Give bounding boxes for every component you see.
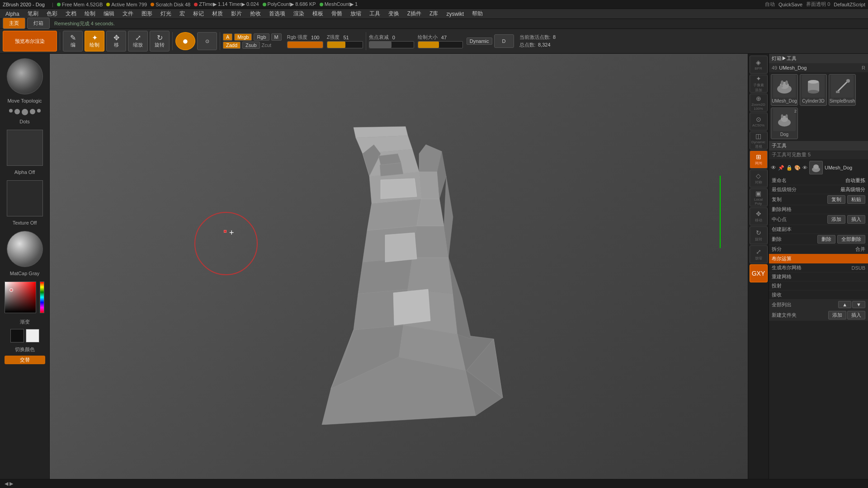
rgb-btn[interactable]: Rgb	[254, 33, 269, 41]
delete-all-btn[interactable]: 全部删除	[837, 235, 865, 244]
svg-marker-10	[412, 226, 448, 258]
menu-graph[interactable]: 图形	[138, 9, 156, 19]
rotate-icon: ↻	[157, 34, 163, 42]
zoom2d-btn[interactable]: ⊕ Zoom2D100%	[750, 94, 768, 112]
tool-item-dog[interactable]: 2 Dog	[771, 108, 798, 139]
dynamic-icon-btn[interactable]: D	[494, 34, 514, 48]
brush-select-btn[interactable]: 预览布尔渲染	[3, 31, 57, 52]
remesh-header[interactable]: 布尔运算	[769, 254, 868, 263]
rgb-intensity-slider[interactable]	[287, 41, 323, 48]
folder-add-btn[interactable]: 添加	[828, 311, 846, 319]
menu-brush[interactable]: 笔刷	[24, 9, 42, 19]
new-folder-label[interactable]: 新建文件夹	[772, 312, 797, 319]
cylinder-thumb-svg	[803, 76, 824, 97]
draw-btn[interactable]: ✦ 绘制	[85, 31, 104, 52]
scale-btn[interactable]: ⤢ 缩放	[128, 31, 148, 52]
lamp-tools-header[interactable]: 灯箱▶工具	[769, 54, 868, 63]
list-up-btn[interactable]: ▲	[838, 301, 851, 308]
list-down-btn[interactable]: ▼	[852, 301, 865, 308]
gxy-btn[interactable]: GXY	[750, 264, 768, 282]
stroke-dots-preview[interactable]	[9, 109, 41, 115]
svg-line-37	[837, 81, 848, 92]
bg-swatch[interactable]	[26, 329, 39, 343]
move-btn[interactable]: ✥ 移	[106, 31, 126, 52]
alpha-preview[interactable]	[7, 130, 43, 166]
hue-slider[interactable]	[40, 282, 44, 313]
menu-movie[interactable]: 影片	[227, 9, 245, 19]
auto-rename-label[interactable]: 自动重拣	[845, 177, 865, 184]
menu-help[interactable]: 帮助	[468, 9, 486, 19]
menu-light[interactable]: 灯光	[157, 9, 175, 19]
menu-render[interactable]: 渲染	[290, 9, 308, 19]
edit-btn[interactable]: ✎ 编	[63, 31, 83, 52]
menu-material[interactable]: 材质	[208, 9, 226, 19]
dynamic-btn[interactable]: Dynamic	[467, 38, 492, 45]
paste-btn[interactable]: 粘贴	[847, 195, 865, 204]
menu-prefs[interactable]: 首选项	[265, 9, 289, 19]
canvas-area[interactable]: +	[50, 54, 748, 479]
focal-shift-slider[interactable]	[369, 41, 414, 48]
zadd-btn[interactable]: Zadd	[223, 42, 241, 49]
menu-edit[interactable]: 编辑	[100, 9, 118, 19]
add-btn[interactable]: 添加	[827, 215, 845, 224]
draw-size-slider[interactable]	[418, 41, 463, 48]
sub-tools-header[interactable]: 子工具	[769, 141, 868, 150]
menu-color[interactable]: 色彩	[43, 9, 61, 19]
copy-btn[interactable]: 复制	[827, 195, 845, 204]
dynamic-btn[interactable]: ◫ Dynamic透视	[750, 131, 768, 150]
cursor-btn[interactable]: ⊙	[197, 32, 217, 50]
menu-scale[interactable]: 放缩	[347, 9, 365, 19]
quick-save-btn[interactable]: QuickSave	[778, 2, 802, 7]
rotate-icon-btn[interactable]: ↻ 旋转	[750, 226, 768, 244]
menu-template[interactable]: 模板	[309, 9, 327, 19]
menu-zlib[interactable]: Z库	[426, 9, 442, 19]
tool-item-umesh-dog[interactable]: UMesh_Dog	[771, 74, 798, 106]
rotate-btn[interactable]: ↻ 旋转	[150, 31, 170, 52]
menu-marker[interactable]: 标记	[189, 9, 208, 19]
z-intensity-slider[interactable]	[327, 41, 363, 48]
active-points-val: 8	[553, 34, 556, 40]
local-poly-btn[interactable]: ▣ LocalPoly	[750, 188, 768, 206]
ac50-btn[interactable]: ⊙ AC50%	[750, 113, 768, 131]
insert-btn[interactable]: 插入	[847, 215, 865, 224]
move-icon-btn[interactable]: ✥ 移动	[750, 207, 768, 225]
remesh-icon-btn[interactable]: ⊞ 网闸	[750, 150, 768, 169]
folder-insert-btn[interactable]: 插入	[847, 311, 865, 319]
fg-swatch[interactable]	[10, 329, 24, 343]
sub-element-btn[interactable]: ✦ 子像素添加	[750, 75, 768, 93]
menu-bones[interactable]: 骨骼	[328, 9, 346, 19]
color-picker[interactable]	[5, 282, 45, 315]
mode-a-btn[interactable]: A	[223, 33, 232, 41]
sub-tool-item-umesh[interactable]: 👁 📌 🔒 🎨 👁 UMesh_Dog	[769, 159, 868, 176]
sphere-btn[interactable]: ●	[175, 32, 195, 50]
menu-draw[interactable]: 绘制	[81, 9, 99, 19]
menu-transform[interactable]: 变换	[385, 9, 403, 19]
delete-confirm-btn[interactable]: 删除	[817, 235, 835, 244]
bpr-btn[interactable]: ◈ BPR	[750, 56, 768, 74]
brush-preview[interactable]	[7, 58, 43, 94]
menu-pickup[interactable]: 抢收	[246, 9, 264, 19]
list-all-label[interactable]: 全部列出	[772, 301, 792, 308]
matcap-preview[interactable]	[7, 231, 43, 267]
visibility-icon[interactable]: 👁	[771, 164, 776, 171]
texture-preview[interactable]	[7, 180, 43, 216]
symmetry-btn[interactable]: ◇ 对称	[750, 169, 768, 188]
swap-btn[interactable]: 交替	[5, 356, 45, 364]
nav-arrows[interactable]: ◀ ▶	[5, 481, 13, 487]
zsub-btn[interactable]: Zsub	[242, 42, 259, 49]
menu-tool[interactable]: 工具	[366, 9, 384, 19]
menu-file[interactable]: 文件	[119, 9, 137, 19]
lightbox-tab[interactable]: 灯箱	[27, 18, 50, 29]
menu-doc[interactable]: 文档	[62, 9, 80, 19]
menu-alpha[interactable]: Alpha	[2, 10, 23, 18]
tool-item-simplebrush[interactable]: SimpleBrush	[829, 74, 856, 106]
menu-zyswikt[interactable]: zyswikt	[443, 10, 467, 18]
mrgb-btn[interactable]: Mrgb	[234, 33, 252, 41]
m-btn[interactable]: M	[271, 33, 282, 41]
color-gradient-square[interactable]	[5, 282, 36, 313]
menu-macro[interactable]: 宏	[176, 9, 189, 19]
tool-item-cylinder[interactable]: Cylinder3D	[800, 74, 827, 106]
menu-zplugin[interactable]: Z插件	[404, 9, 425, 19]
scale-icon-btn[interactable]: ⤢ 放缩	[750, 245, 768, 263]
main-tab[interactable]: 主页	[3, 18, 25, 29]
